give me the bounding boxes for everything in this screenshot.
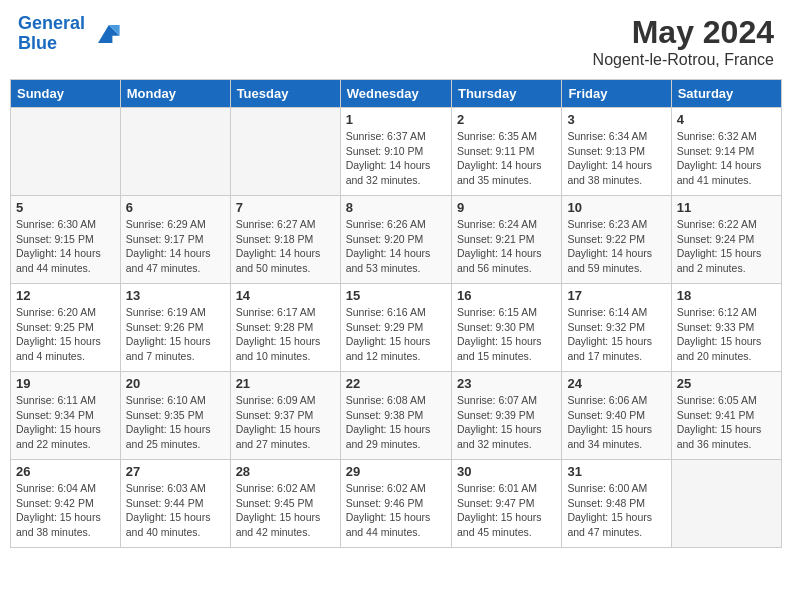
calendar-cell: 28Sunrise: 6:02 AMSunset: 9:45 PMDayligh… [230,460,340,548]
calendar-cell: 25Sunrise: 6:05 AMSunset: 9:41 PMDayligh… [671,372,781,460]
day-number: 21 [236,376,335,391]
calendar-cell: 4Sunrise: 6:32 AMSunset: 9:14 PMDaylight… [671,108,781,196]
day-info: Sunrise: 6:20 AMSunset: 9:25 PMDaylight:… [16,305,115,364]
weekday-header-sunday: Sunday [11,80,121,108]
day-number: 1 [346,112,446,127]
logo-text: General [18,14,85,34]
calendar-cell: 5Sunrise: 6:30 AMSunset: 9:15 PMDaylight… [11,196,121,284]
calendar-cell: 21Sunrise: 6:09 AMSunset: 9:37 PMDayligh… [230,372,340,460]
page-header: General Blue May 2024 Nogent-le-Rotrou, … [10,10,782,73]
calendar-cell: 1Sunrise: 6:37 AMSunset: 9:10 PMDaylight… [340,108,451,196]
day-info: Sunrise: 6:05 AMSunset: 9:41 PMDaylight:… [677,393,776,452]
day-info: Sunrise: 6:19 AMSunset: 9:26 PMDaylight:… [126,305,225,364]
calendar-cell: 7Sunrise: 6:27 AMSunset: 9:18 PMDaylight… [230,196,340,284]
calendar-cell: 2Sunrise: 6:35 AMSunset: 9:11 PMDaylight… [451,108,561,196]
weekday-header-tuesday: Tuesday [230,80,340,108]
day-number: 14 [236,288,335,303]
day-info: Sunrise: 6:23 AMSunset: 9:22 PMDaylight:… [567,217,665,276]
calendar-cell: 11Sunrise: 6:22 AMSunset: 9:24 PMDayligh… [671,196,781,284]
day-number: 16 [457,288,556,303]
calendar-cell [120,108,230,196]
day-number: 7 [236,200,335,215]
day-info: Sunrise: 6:11 AMSunset: 9:34 PMDaylight:… [16,393,115,452]
calendar-cell: 30Sunrise: 6:01 AMSunset: 9:47 PMDayligh… [451,460,561,548]
calendar-cell [11,108,121,196]
day-info: Sunrise: 6:30 AMSunset: 9:15 PMDaylight:… [16,217,115,276]
day-number: 17 [567,288,665,303]
logo: General Blue [18,14,125,54]
day-info: Sunrise: 6:37 AMSunset: 9:10 PMDaylight:… [346,129,446,188]
day-number: 8 [346,200,446,215]
calendar-week-2: 5Sunrise: 6:30 AMSunset: 9:15 PMDaylight… [11,196,782,284]
calendar-cell: 13Sunrise: 6:19 AMSunset: 9:26 PMDayligh… [120,284,230,372]
day-info: Sunrise: 6:04 AMSunset: 9:42 PMDaylight:… [16,481,115,540]
day-info: Sunrise: 6:01 AMSunset: 9:47 PMDaylight:… [457,481,556,540]
calendar-cell [230,108,340,196]
calendar-cell: 16Sunrise: 6:15 AMSunset: 9:30 PMDayligh… [451,284,561,372]
day-info: Sunrise: 6:03 AMSunset: 9:44 PMDaylight:… [126,481,225,540]
day-info: Sunrise: 6:16 AMSunset: 9:29 PMDaylight:… [346,305,446,364]
calendar-table: SundayMondayTuesdayWednesdayThursdayFrid… [10,79,782,548]
day-number: 4 [677,112,776,127]
day-number: 31 [567,464,665,479]
day-number: 13 [126,288,225,303]
day-number: 29 [346,464,446,479]
logo-icon [89,16,125,52]
day-info: Sunrise: 6:02 AMSunset: 9:45 PMDaylight:… [236,481,335,540]
calendar-cell: 23Sunrise: 6:07 AMSunset: 9:39 PMDayligh… [451,372,561,460]
day-info: Sunrise: 6:27 AMSunset: 9:18 PMDaylight:… [236,217,335,276]
day-number: 11 [677,200,776,215]
calendar-cell: 15Sunrise: 6:16 AMSunset: 9:29 PMDayligh… [340,284,451,372]
month-title: May 2024 [593,14,774,51]
day-number: 5 [16,200,115,215]
weekday-header-saturday: Saturday [671,80,781,108]
calendar-cell: 6Sunrise: 6:29 AMSunset: 9:17 PMDaylight… [120,196,230,284]
calendar-cell: 9Sunrise: 6:24 AMSunset: 9:21 PMDaylight… [451,196,561,284]
day-number: 24 [567,376,665,391]
calendar-cell: 24Sunrise: 6:06 AMSunset: 9:40 PMDayligh… [562,372,671,460]
calendar-cell: 31Sunrise: 6:00 AMSunset: 9:48 PMDayligh… [562,460,671,548]
day-info: Sunrise: 6:35 AMSunset: 9:11 PMDaylight:… [457,129,556,188]
day-number: 6 [126,200,225,215]
calendar-cell: 10Sunrise: 6:23 AMSunset: 9:22 PMDayligh… [562,196,671,284]
day-info: Sunrise: 6:34 AMSunset: 9:13 PMDaylight:… [567,129,665,188]
calendar-cell: 12Sunrise: 6:20 AMSunset: 9:25 PMDayligh… [11,284,121,372]
calendar-cell: 14Sunrise: 6:17 AMSunset: 9:28 PMDayligh… [230,284,340,372]
weekday-header-row: SundayMondayTuesdayWednesdayThursdayFrid… [11,80,782,108]
day-info: Sunrise: 6:06 AMSunset: 9:40 PMDaylight:… [567,393,665,452]
day-number: 28 [236,464,335,479]
day-info: Sunrise: 6:09 AMSunset: 9:37 PMDaylight:… [236,393,335,452]
day-info: Sunrise: 6:08 AMSunset: 9:38 PMDaylight:… [346,393,446,452]
calendar-cell: 29Sunrise: 6:02 AMSunset: 9:46 PMDayligh… [340,460,451,548]
calendar-cell: 19Sunrise: 6:11 AMSunset: 9:34 PMDayligh… [11,372,121,460]
day-info: Sunrise: 6:00 AMSunset: 9:48 PMDaylight:… [567,481,665,540]
day-info: Sunrise: 6:29 AMSunset: 9:17 PMDaylight:… [126,217,225,276]
weekday-header-wednesday: Wednesday [340,80,451,108]
day-number: 25 [677,376,776,391]
day-number: 22 [346,376,446,391]
day-info: Sunrise: 6:12 AMSunset: 9:33 PMDaylight:… [677,305,776,364]
day-number: 9 [457,200,556,215]
calendar-cell: 22Sunrise: 6:08 AMSunset: 9:38 PMDayligh… [340,372,451,460]
calendar-week-5: 26Sunrise: 6:04 AMSunset: 9:42 PMDayligh… [11,460,782,548]
day-number: 30 [457,464,556,479]
calendar-cell: 3Sunrise: 6:34 AMSunset: 9:13 PMDaylight… [562,108,671,196]
calendar-week-4: 19Sunrise: 6:11 AMSunset: 9:34 PMDayligh… [11,372,782,460]
day-number: 2 [457,112,556,127]
day-number: 27 [126,464,225,479]
calendar-cell: 8Sunrise: 6:26 AMSunset: 9:20 PMDaylight… [340,196,451,284]
day-number: 26 [16,464,115,479]
calendar-week-1: 1Sunrise: 6:37 AMSunset: 9:10 PMDaylight… [11,108,782,196]
day-number: 23 [457,376,556,391]
calendar-week-3: 12Sunrise: 6:20 AMSunset: 9:25 PMDayligh… [11,284,782,372]
day-number: 10 [567,200,665,215]
weekday-header-monday: Monday [120,80,230,108]
day-info: Sunrise: 6:22 AMSunset: 9:24 PMDaylight:… [677,217,776,276]
day-info: Sunrise: 6:17 AMSunset: 9:28 PMDaylight:… [236,305,335,364]
logo-general: General [18,13,85,33]
day-number: 12 [16,288,115,303]
day-number: 20 [126,376,225,391]
day-number: 3 [567,112,665,127]
day-info: Sunrise: 6:15 AMSunset: 9:30 PMDaylight:… [457,305,556,364]
day-info: Sunrise: 6:24 AMSunset: 9:21 PMDaylight:… [457,217,556,276]
